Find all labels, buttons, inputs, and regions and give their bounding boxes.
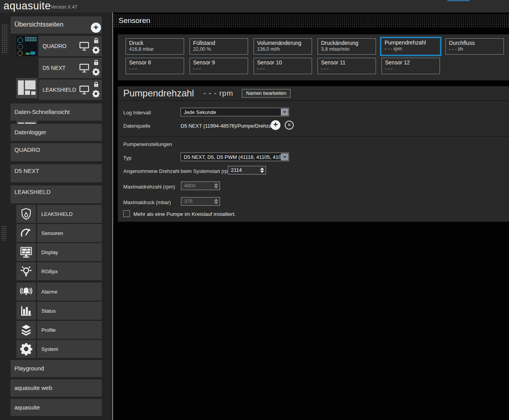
page-label: D5 NEXT <box>43 65 66 71</box>
sidebar-item-quadro[interactable]: QUADRO <box>11 143 102 161</box>
app-logo: aquasuite <box>4 0 51 12</box>
sidebar-overview-header[interactable]: Übersichtsseiten + <box>11 16 102 34</box>
pump-type-value: D5 NEXT, D5, D5 PWM (41118, 41105, 41091… <box>181 154 281 160</box>
sidebar-item-label: LEAKSHIELD <box>14 189 51 195</box>
page-title: Sensoren <box>119 16 150 25</box>
page-preview-thumbnail[interactable] <box>16 36 37 56</box>
chevron-down-icon[interactable] <box>281 109 288 116</box>
max-rpm-label: Maximaldrehzahl (rpm) <box>123 184 175 190</box>
subitem-label: Display <box>41 249 58 255</box>
lock-icon[interactable] <box>93 59 99 66</box>
overview-header-label: Übersichtsseiten <box>14 21 64 28</box>
add-datasource-button[interactable]: + <box>271 120 280 130</box>
sidebar-item-playground[interactable]: Playground <box>11 360 102 377</box>
sidebar-item-aquasuite-web[interactable]: aquasuite web <box>11 379 102 397</box>
sensor-tile-sensor10[interactable]: Sensor 10- - - <box>254 58 312 74</box>
sensor-tile-fuellstand[interactable]: Füllstand22,00 % <box>190 38 248 55</box>
chevron-down-icon[interactable] <box>281 153 288 160</box>
gear-icon[interactable] <box>92 89 100 98</box>
max-rpm-spinner: 4800 <box>181 182 220 190</box>
detail-header: Pumpendrehzahl - - - rpm Namen bearbeite… <box>118 86 509 101</box>
subitem-label: System <box>41 346 58 352</box>
sensor-tile-druck[interactable]: Druck416,8 mbar <box>126 38 184 55</box>
subitem-label: Profile <box>41 327 56 333</box>
sensor-detail-panel: Pumpendrehzahl - - - rpm Namen bearbeite… <box>118 86 509 222</box>
sensor-tile-sensor11[interactable]: Sensor 11- - - <box>317 58 376 74</box>
type-label: Typ <box>123 155 131 161</box>
sidebar-item-label: aquasuite <box>14 404 40 411</box>
sensor-tile-sensor12[interactable]: Sensor 12- - - <box>381 58 440 74</box>
alarm-bell-icon <box>20 285 33 298</box>
monitor-icon[interactable] <box>78 84 90 95</box>
close-icon: ✕ <box>287 122 291 128</box>
pump-settings-header: Pumpeneinstellungen <box>123 141 172 147</box>
lock-icon[interactable] <box>93 37 99 44</box>
add-page-button[interactable]: + <box>91 23 101 33</box>
sidebar-item-label: Playground <box>14 365 44 372</box>
sidebar-item-d5next[interactable]: D5 NEXT <box>11 164 102 182</box>
detail-title-value: - - - rpm <box>203 89 233 98</box>
multiple-pumps-checkbox[interactable] <box>123 210 130 217</box>
content-title-bar[interactable]: Sensoren <box>114 14 509 27</box>
startup-rpm-value[interactable]: 2114 <box>228 166 259 174</box>
spin-up-icon[interactable] <box>260 167 264 170</box>
bulb-icon <box>20 265 33 278</box>
sidebar: Übersichtsseiten + QUADRO <box>0 12 112 420</box>
datasource-value: D5 NEXT (11994-48576)/Pumpe/Drehzahl <box>181 123 275 129</box>
log-interval-dropdown[interactable]: Jede Sekunde <box>181 108 289 116</box>
remove-datasource-button[interactable]: ✕ <box>285 121 294 130</box>
sidebar-item-datenlogger[interactable]: Datenlogger <box>11 124 102 141</box>
drag-handle-icon[interactable] <box>1 226 6 240</box>
sensor-tile-sensor9[interactable]: Sensor 9- - - <box>190 58 248 74</box>
page-row[interactable]: D5 NEXT <box>39 58 102 78</box>
sensor-tile-pumpendrehzahl-selected[interactable]: Pumpendrehzahl- - - rpm <box>380 37 442 56</box>
layers-icon <box>20 323 33 336</box>
gear-icon[interactable] <box>92 68 100 76</box>
pump-type-dropdown[interactable]: D5 NEXT, D5, D5 PWM (41118, 41105, 41091… <box>181 153 289 161</box>
datasource-label: Datenquelle <box>123 123 150 129</box>
plus-icon: + <box>273 120 278 129</box>
max-pressure-spinner: 375 <box>181 197 220 206</box>
spin-down-icon <box>214 186 218 189</box>
gear-icon <box>19 342 33 356</box>
sensor-tile-volumenaenderung[interactable]: Volumenänderung136,0 ml/h <box>254 38 312 55</box>
page-preview-thumbnail[interactable] <box>16 78 37 98</box>
subitem-label: Status <box>41 308 56 314</box>
sensor-tiles-panel: Druck416,8 mbar Füllstand22,00 % Volumen… <box>118 34 509 80</box>
lock-icon[interactable] <box>93 81 99 88</box>
spin-down-icon[interactable] <box>260 171 264 173</box>
sidebar-item-label: QUADRO <box>14 146 40 153</box>
sidebar-item-leakshield[interactable]: LEAKSHIELD <box>11 185 102 203</box>
drag-handle-icon[interactable] <box>2 24 8 53</box>
multiple-pumps-label: Mehr als eine Pumpe im Kreislauf install… <box>133 211 236 217</box>
sidebar-item-label: Datenlogger <box>14 129 46 135</box>
page-row[interactable]: QUADRO <box>39 36 102 56</box>
sidebar-item-aquasuite[interactable]: aquasuite <box>11 399 102 416</box>
plus-icon: + <box>94 23 98 32</box>
subitem-label: RGBpx <box>41 269 58 274</box>
monitor-icon[interactable] <box>78 62 90 73</box>
log-interval-value: Jede Sekunde <box>181 109 281 115</box>
max-pressure-value: 375 <box>181 198 213 205</box>
sensor-tile-durchfluss[interactable]: Durchfluss- - - l/h <box>445 38 504 55</box>
monitor-icon[interactable] <box>78 41 90 52</box>
sidebar-item-label: aquasuite web <box>14 384 52 391</box>
edit-name-button[interactable]: Namen bearbeiten <box>242 89 291 98</box>
display-icon <box>20 246 33 259</box>
gear-icon[interactable] <box>92 46 100 54</box>
app-window: aquasuite Version X.47 Übersichtsseiten … <box>0 0 509 420</box>
top-bar: aquasuite Version X.47 <box>0 0 509 12</box>
spin-up-icon <box>214 199 218 201</box>
sensor-tile-druckaenderung[interactable]: Druckänderung3,8 mbar/min <box>317 38 376 55</box>
subitem-label: LEAKSHIELD <box>41 211 73 217</box>
app-version: Version X.47 <box>51 4 77 10</box>
sidebar-item-label: Daten-Schnellansicht <box>14 109 70 115</box>
sidebar-item-daten-schnellansicht[interactable]: Daten-Schnellansicht <box>11 103 102 121</box>
gauge-icon <box>20 226 33 240</box>
subitem-label: Sensoren <box>41 230 63 236</box>
sensor-tile-sensor8[interactable]: Sensor 8- - - <box>126 58 184 74</box>
max-rpm-value: 4800 <box>181 182 213 190</box>
startup-rpm-spinner[interactable]: 2114 <box>228 166 266 174</box>
page-label: LEAKSHIELD <box>43 87 76 93</box>
page-row[interactable]: LEAKSHIELD <box>39 80 102 100</box>
